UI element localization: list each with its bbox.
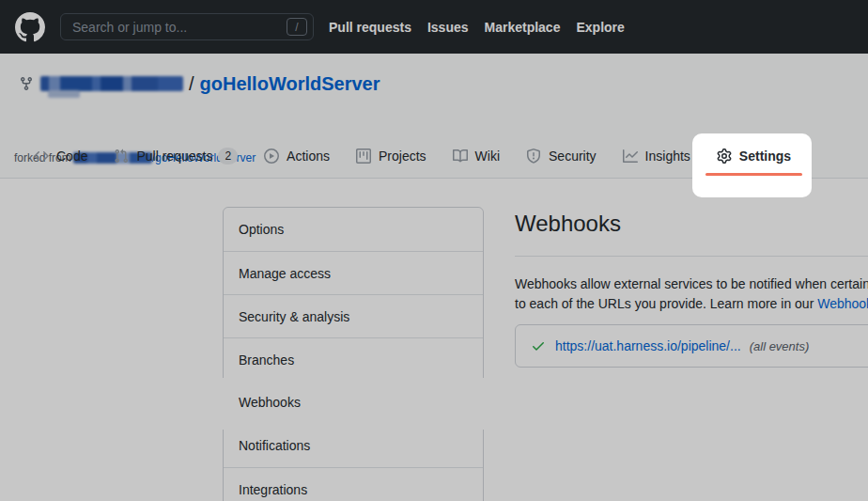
repo-tab-bar: Code Pull requests 2 Actions Projects [21,133,804,178]
page-title: Webhooks [515,211,621,237]
tab-label: Settings [739,149,791,164]
nav-link-pull-requests[interactable]: Pull requests [329,20,411,35]
sidebar-item-options[interactable]: Options [224,208,483,251]
code-icon [34,149,49,164]
tab-label: Wiki [475,149,500,164]
gear-icon [717,149,732,164]
tab-security[interactable]: Security [513,133,610,178]
github-logo-icon[interactable] [15,12,45,42]
nav-links: Pull requests Issues Marketplace Explore [329,0,625,54]
play-icon [264,149,279,164]
book-icon [453,149,468,164]
nav-link-marketplace[interactable]: Marketplace [485,20,561,35]
webhook-events-label: (all events) [750,339,810,353]
webhooks-guide-link[interactable]: Webhooks Guide. [817,296,868,311]
webhook-entry: https://uat.harness.io/pipeline/... (all… [515,324,868,368]
project-icon [356,149,371,164]
tab-label: Insights [645,149,690,164]
tab-projects[interactable]: Projects [343,133,440,178]
tab-label: Pull requests [136,149,212,164]
graph-icon [623,149,638,164]
tab-label: Projects [379,149,426,164]
tab-label: Actions [287,149,330,164]
repo-title-separator: / [189,70,194,97]
sidebar-item-manage-access[interactable]: Manage access [224,251,483,294]
sidebar-item-integrations[interactable]: Integrations [224,467,483,501]
repo-title: / goHelloWorldServer [19,70,380,97]
repo-name-link[interactable]: goHelloWorldServer [200,70,380,97]
repo-forked-icon [19,76,34,91]
settings-sidebar: Options Manage access Security & analysi… [223,207,484,501]
tab-settings[interactable]: Settings [704,133,804,178]
title-divider [515,256,868,257]
repo-header: / goHelloWorldServer forked from /goHell… [0,54,868,179]
search-box[interactable]: / [60,13,314,40]
tab-insights[interactable]: Insights [610,133,704,178]
tab-pull-requests[interactable]: Pull requests 2 [101,133,251,178]
sidebar-item-branches[interactable]: Branches [224,337,483,381]
webhooks-description-line1: Webhooks allow external services to be n… [515,274,868,294]
sidebar-item-notifications[interactable]: Notifications [224,424,483,467]
nav-link-explore[interactable]: Explore [576,20,624,35]
sidebar-item-security-analysis[interactable]: Security & analysis [224,294,483,337]
description-text: to each of the URLs you provide. Learn m… [515,296,817,311]
tab-actions[interactable]: Actions [251,133,343,178]
git-pull-request-icon [114,149,129,164]
webhooks-description-line2: to each of the URLs you provide. Learn m… [515,294,868,314]
top-nav: / Pull requests Issues Marketplace Explo… [0,0,868,54]
tab-code[interactable]: Code [21,133,101,178]
search-shortcut-key: / [287,18,307,36]
tab-label: Security [549,149,597,164]
redacted-owner-name [40,76,183,91]
sidebar-item-webhooks[interactable]: Webhooks [224,381,483,424]
nav-link-issues[interactable]: Issues [427,20,469,35]
webhook-url-link[interactable]: https://uat.harness.io/pipeline/... [555,338,741,353]
tab-label: Code [56,149,87,164]
shield-icon [526,149,541,164]
github-settings-page: / Pull requests Issues Marketplace Explo… [0,0,868,501]
tab-wiki[interactable]: Wiki [440,133,513,178]
search-input[interactable] [70,19,287,36]
check-icon [531,338,546,353]
pull-requests-count-badge: 2 [218,148,238,164]
